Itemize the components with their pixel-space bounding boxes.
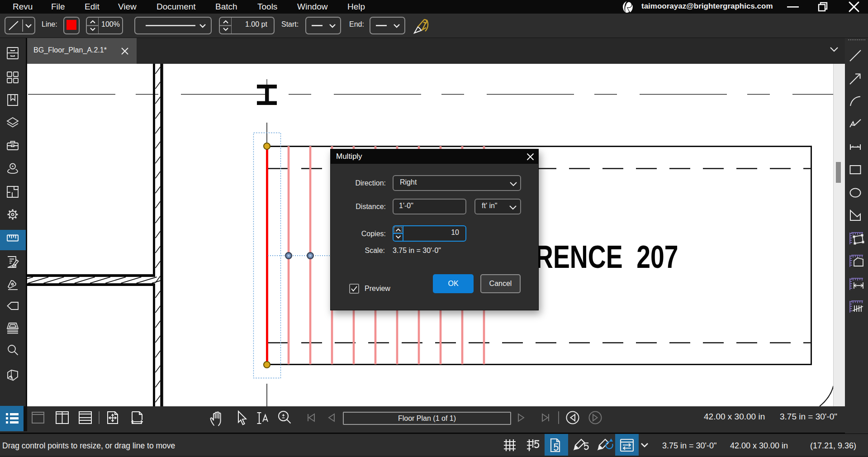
- svg-text:RENCE 207: RENCE 207: [535, 239, 678, 274]
